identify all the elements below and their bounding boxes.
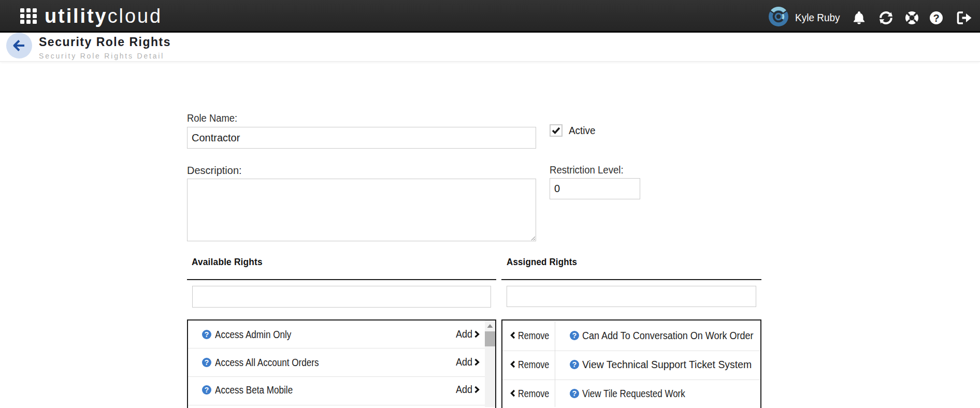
svg-text:?: ? [572,389,577,398]
svg-text:?: ? [933,12,939,24]
svg-text:?: ? [205,358,209,367]
svg-text:?: ? [572,331,577,340]
svg-text:?: ? [572,360,577,369]
svg-text:?: ? [205,386,209,394]
svg-text:?: ? [205,330,209,339]
